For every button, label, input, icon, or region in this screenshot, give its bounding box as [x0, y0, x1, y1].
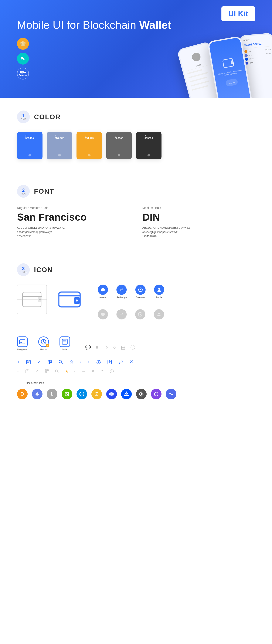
bc-label: BlockChain Icon — [26, 382, 44, 384]
icon-section-body: Assets ⇌ Exchange — [17, 284, 255, 425]
dash-icon — [76, 389, 87, 399]
swatch-dot-orange — [88, 154, 90, 156]
chevron-left-icon: ‹ — [80, 359, 82, 365]
svg-rect-19 — [20, 340, 25, 344]
misc-icons-row: 💬 ≡ ☽ ○ ▤ ⓘ — [85, 344, 135, 351]
swatch-orange: #F5A623 — [76, 132, 102, 160]
svg-point-44 — [98, 361, 99, 362]
badge-ps-item: Ps — [17, 53, 171, 64]
search-icon — [58, 360, 63, 364]
icon-num-word: THREE — [19, 271, 28, 273]
circle-icon: ○ — [113, 345, 116, 350]
svg-rect-21 — [20, 342, 22, 342]
svg-point-10 — [76, 300, 78, 302]
moon-icon: ☽ — [104, 345, 108, 350]
svg-line-43 — [62, 362, 63, 364]
wallet-solid-svg — [58, 290, 82, 309]
ps-label: Ps — [20, 56, 25, 61]
font-grid: Regular ' Medium ' Bold San Francisco AB… — [17, 206, 255, 250]
swatch-dot-blue — [28, 154, 31, 156]
nav-discover-gray — [135, 309, 145, 320]
info-icon: ⓘ — [130, 344, 135, 351]
history-icon: ! — [38, 336, 49, 347]
hero-title-bold: Wallet — [139, 19, 171, 31]
hero-text: Mobile UI for Blockchain Wallet — [17, 18, 171, 80]
chat-icon: 💬 — [85, 345, 91, 350]
icon-section-header: 3 THREE ICON — [17, 250, 255, 284]
ui-kit-badge: UI Kit — [222, 6, 255, 21]
check-icon: ✓ — [37, 359, 41, 365]
nav-icons-top-row: Assets ⇌ Exchange — [98, 284, 164, 298]
nav-exchange-gray: ⇌ — [116, 309, 127, 320]
bitcoin-icon: ₿ — [17, 389, 28, 399]
chevron-gray-icon: ‹ — [74, 369, 76, 374]
waves-icon — [121, 389, 132, 399]
nav-discover: Discover — [135, 284, 146, 298]
color-swatches: #3574FA #8DA0C8 #F5A623 #666666 #303030 — [17, 132, 255, 172]
star-colored-icon: ★ — [65, 369, 68, 374]
din-nums: 1234567890 — [142, 235, 255, 238]
discover-label: Discover — [136, 296, 145, 298]
icon-section-title: ICON — [34, 266, 53, 274]
icon-divider — [17, 377, 255, 377]
hero-title: Mobile UI for Blockchain Wallet — [17, 18, 171, 32]
star-icon[interactable]: ☆ — [70, 359, 74, 365]
refresh-gray-icon: ↺ — [100, 369, 104, 374]
clipboard-gray-icon — [25, 369, 30, 374]
icon-top-row: Assets ⇌ Exchange — [17, 284, 255, 326]
font-din: Medium ' Bold DIN ABCDEFGHIJKLMNOPQRSTUV… — [142, 206, 255, 238]
order-icon — [60, 336, 70, 347]
nav-exchange: ⇌ Exchange — [116, 284, 127, 298]
svg-point-14 — [158, 288, 160, 290]
arrow-gray-icon: → — [82, 369, 86, 374]
assets-icon — [98, 284, 108, 295]
profile-icon-gray — [154, 309, 164, 320]
icon-section-num: 3 THREE — [17, 263, 30, 276]
toolbar-icons-colored: + ✓ ☆ — [17, 359, 255, 365]
qr-icon — [48, 360, 52, 364]
nav-assets-gray — [98, 309, 108, 320]
sketch-icon — [20, 41, 26, 47]
svg-point-55 — [55, 370, 58, 372]
zcash-icon: Z — [92, 389, 102, 399]
sketch-badge — [17, 38, 29, 50]
din-name: DIN — [142, 211, 255, 223]
upload-icon — [107, 360, 112, 364]
nav-assets: Assets — [98, 284, 108, 298]
exchange-icon: ⇌ — [116, 284, 127, 295]
sf-lower: abcdefghijklmnopqrstuvwxyz — [17, 230, 130, 234]
main-content: 1 ONE COLOR #3574FA #8DA0C8 #F5A623 #666… — [0, 98, 272, 425]
font-section-header: 2 TWO FONT — [17, 172, 255, 206]
polygon-icon — [151, 389, 162, 399]
close-icon: ✕ — [130, 359, 133, 365]
phone-mockups: Profile Characters may be mastered in th… — [183, 36, 272, 98]
svg-rect-38 — [48, 362, 49, 364]
wallet-wireframe-shape — [22, 292, 42, 307]
ps-badge: Ps — [17, 53, 29, 64]
svg-marker-11 — [101, 288, 105, 292]
svg-marker-15 — [101, 312, 105, 316]
sf-upper: ABCDEFGHIJKLMNOPQRSTUVWXYZ — [17, 226, 130, 229]
svg-point-42 — [59, 360, 62, 363]
stack-icon: ≡ — [96, 345, 98, 350]
plus-icon[interactable]: + — [17, 359, 20, 365]
font-section-num: 2 TWO — [17, 185, 30, 198]
svg-rect-20 — [20, 341, 25, 341]
svg-rect-53 — [47, 370, 48, 371]
color-section-header: 1 ONE COLOR — [17, 98, 255, 132]
sf-nums: 1234567890 — [17, 235, 130, 238]
screens-count: 60+ — [20, 70, 26, 74]
swatch-slate: #8DA0C8 — [47, 132, 72, 160]
ethereum-icon — [32, 389, 42, 399]
swatch-gray: #666666 — [106, 132, 132, 160]
svg-point-17 — [140, 314, 141, 315]
management-icon-item: Mangment — [17, 336, 28, 351]
color-num-big: 1 — [22, 114, 25, 118]
color-section-title: COLOR — [34, 113, 61, 121]
sf-name: San Francisco — [17, 211, 130, 223]
svg-line-24 — [44, 342, 44, 342]
swatch-dot-gray — [118, 154, 120, 156]
info-gray-icon — [110, 369, 114, 374]
history-label: History — [40, 348, 47, 351]
profile-label: Profile — [156, 296, 162, 298]
